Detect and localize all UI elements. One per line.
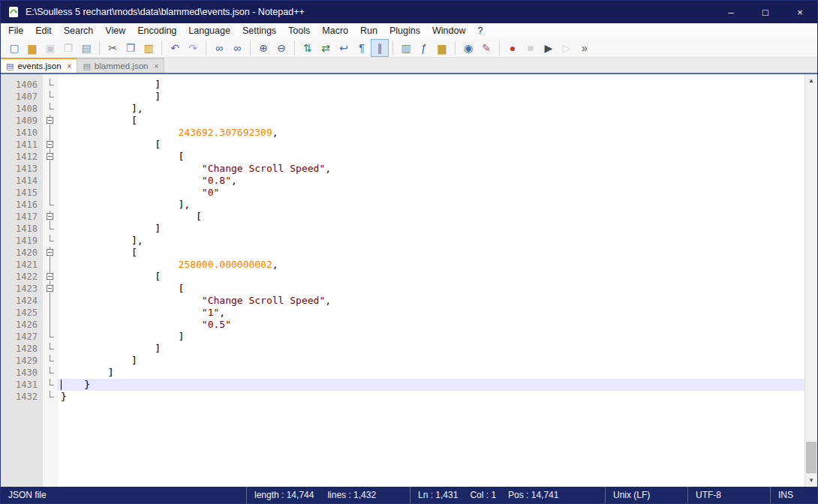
indent-whitespace: [61, 259, 179, 270]
editor-line-1428[interactable]: 1428 ]: [1, 343, 804, 355]
tab-events-json[interactable]: ▤events.json×: [1, 58, 77, 73]
redo-icon[interactable]: ↷: [185, 40, 201, 56]
editor-line-1430[interactable]: 1430 ]: [1, 367, 804, 379]
zoom-in-icon[interactable]: ⊕: [255, 40, 272, 56]
cut-icon[interactable]: ✂: [104, 40, 121, 56]
editor-line-1427[interactable]: 1427 ]: [1, 331, 804, 343]
editor-line-1426[interactable]: 1426 "0.5": [1, 319, 804, 331]
edit-popup-icon[interactable]: ✎: [478, 40, 495, 56]
status-col-label: Col : 1: [470, 490, 496, 500]
undo-icon[interactable]: ↶: [167, 40, 183, 56]
fold-collapse-icon[interactable]: [47, 213, 53, 220]
editor-line-1409[interactable]: 1409 [: [1, 115, 804, 127]
editor-line-1417[interactable]: 1417 [: [1, 211, 804, 223]
sync-vertical-icon[interactable]: ⇅: [299, 40, 316, 56]
editor-line-1414[interactable]: 1414 "0.8",: [1, 175, 804, 187]
code-text: "0.8",: [58, 175, 804, 187]
fold-collapse-icon[interactable]: [47, 249, 53, 256]
editor-line-1419[interactable]: 1419 ],: [1, 235, 804, 247]
maximize-button[interactable]: □: [748, 1, 783, 23]
copy-icon[interactable]: ❐: [122, 40, 139, 56]
monitoring-icon[interactable]: ◉: [460, 40, 477, 56]
editor-line-1408[interactable]: 1408 ],: [1, 103, 804, 115]
sync-horizontal-icon[interactable]: ⇄: [317, 40, 334, 56]
tab-close-icon[interactable]: ×: [152, 62, 158, 70]
folder-as-workspace-icon[interactable]: ▆: [434, 40, 450, 56]
tab-blammed-json[interactable]: ▤blammed.json×: [77, 58, 164, 73]
status-encoding[interactable]: UTF-8: [688, 487, 771, 503]
editor-line-1424[interactable]: 1424 "Change Scroll Speed",: [1, 295, 804, 307]
menu-item-search[interactable]: Search: [58, 23, 100, 38]
editor-line-1429[interactable]: 1429 ]: [1, 355, 804, 367]
editor-line-1431[interactable]: 1431 }: [1, 379, 804, 391]
tab-close-icon[interactable]: ×: [65, 62, 72, 70]
editor-line-1413[interactable]: 1413 "Change Scroll Speed",: [1, 163, 804, 175]
record-macro-icon[interactable]: ●: [504, 40, 521, 56]
notepadpp-logo-icon[interactable]: [8, 6, 20, 18]
editor-line-1410[interactable]: 1410 243692.307692309,: [1, 127, 804, 139]
save-icon[interactable]: ▣: [42, 40, 59, 56]
find-icon[interactable]: ∞: [211, 40, 227, 56]
fold-guide-line: [50, 79, 50, 85]
open-folder-icon[interactable]: ▆: [24, 40, 41, 56]
editor-line-1411[interactable]: 1411 [: [1, 139, 804, 151]
status-eol-format[interactable]: Unix (LF): [606, 487, 688, 503]
menu-item-tools[interactable]: Tools: [282, 23, 316, 38]
save-macro-icon[interactable]: ▷: [558, 40, 575, 56]
show-all-characters-icon[interactable]: ¶: [353, 40, 370, 56]
scrollbar-thumb[interactable]: [806, 442, 816, 473]
scroll-up-icon[interactable]: ▲: [805, 74, 817, 87]
editor-line-1421[interactable]: 1421 258000.000000002,: [1, 259, 804, 271]
menu-item-file[interactable]: File: [2, 23, 29, 38]
fold-collapse-icon[interactable]: [47, 285, 53, 292]
line-number: 1423: [1, 283, 43, 295]
fold-collapse-icon[interactable]: [47, 141, 53, 148]
editor-line-1415[interactable]: 1415 "0": [1, 187, 804, 199]
fold-collapse-icon[interactable]: [47, 153, 53, 160]
document-map-icon[interactable]: ▥: [398, 40, 414, 56]
editor-line-1412[interactable]: 1412 [: [1, 151, 804, 163]
editor-line-1406[interactable]: 1406 ]: [1, 79, 804, 91]
menu-item-language[interactable]: Language: [182, 23, 236, 38]
scroll-down-icon[interactable]: ▼: [805, 474, 817, 487]
replace-icon[interactable]: ∞: [229, 40, 245, 56]
zoom-out-icon[interactable]: ⊖: [273, 40, 290, 56]
menu-item-edit[interactable]: Edit: [29, 23, 58, 38]
editor-line-1422[interactable]: 1422 [: [1, 271, 804, 283]
editor-lines[interactable]: 1406 ]1407 ]1408 ],1409 [1410 243692.307…: [1, 74, 804, 403]
menu-item-help[interactable]: ?: [471, 23, 489, 38]
indent-guide-icon[interactable]: ∥: [371, 40, 388, 56]
menu-item-plugins[interactable]: Plugins: [383, 23, 426, 38]
editor-line-1416[interactable]: 1416 ],: [1, 199, 804, 211]
editor-line-1407[interactable]: 1407 ]: [1, 91, 804, 103]
status-insert-mode[interactable]: INS: [771, 487, 817, 503]
editor-line-1423[interactable]: 1423 [: [1, 283, 804, 295]
minimize-button[interactable]: –: [714, 1, 748, 23]
menu-item-settings[interactable]: Settings: [236, 23, 282, 38]
menu-item-window[interactable]: Window: [426, 23, 471, 38]
play-macro-icon[interactable]: ▶: [540, 40, 557, 56]
fold-collapse-icon[interactable]: [47, 273, 53, 280]
stop-macro-icon[interactable]: ■: [522, 40, 539, 56]
menu-item-macro[interactable]: Macro: [316, 23, 354, 38]
vertical-scrollbar[interactable]: ▲ ▼: [804, 74, 817, 487]
function-list-icon[interactable]: ƒ: [416, 40, 432, 56]
indent-whitespace: [61, 331, 179, 342]
new-file-icon[interactable]: ▢: [6, 40, 23, 56]
save-all-icon[interactable]: ❐: [60, 40, 77, 56]
fold-collapse-icon[interactable]: [47, 117, 53, 124]
close-button[interactable]: ×: [783, 1, 817, 23]
editor-line-1420[interactable]: 1420 [: [1, 247, 804, 259]
run-macro-multiple-icon[interactable]: »: [576, 40, 593, 56]
menu-item-view[interactable]: View: [99, 23, 131, 38]
paste-icon[interactable]: ▥: [140, 40, 157, 56]
word-wrap-icon[interactable]: ↩: [335, 40, 352, 56]
editor-line-1418[interactable]: 1418 ]: [1, 223, 804, 235]
fold-guide-line: [50, 355, 50, 361]
print-icon[interactable]: ▤: [78, 40, 95, 56]
editor-line-1425[interactable]: 1425 "1",: [1, 307, 804, 319]
menu-item-encoding[interactable]: Encoding: [131, 23, 182, 38]
editor[interactable]: 1406 ]1407 ]1408 ],1409 [1410 243692.307…: [1, 74, 817, 487]
editor-line-1432[interactable]: 1432}: [1, 391, 804, 403]
menu-item-run[interactable]: Run: [354, 23, 383, 38]
